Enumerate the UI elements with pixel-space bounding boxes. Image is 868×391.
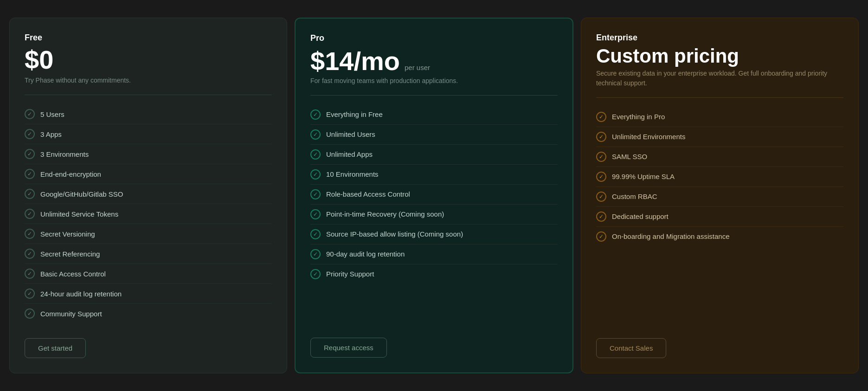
feature-text: Unlimited Users: [326, 130, 375, 138]
list-item: ✓ 3 Apps: [25, 124, 272, 144]
pro-plan-description: For fast moving teams with production ap…: [310, 76, 558, 86]
check-icon: ✓: [596, 231, 606, 242]
list-item: ✓ On-boarding and Migration assistance: [596, 227, 843, 246]
enterprise-card: Enterprise Custom pricing Secure existin…: [581, 18, 859, 374]
list-item: ✓ Unlimited Apps: [310, 145, 558, 165]
pro-price-container: $14/mo per user: [310, 46, 558, 76]
list-item: ✓ 10 Environments: [310, 165, 558, 185]
check-icon: ✓: [25, 269, 35, 279]
feature-text: Everything in Pro: [612, 113, 665, 121]
list-item: ✓ Point-in-time Recovery (Coming soon): [310, 205, 558, 224]
feature-text: 10 Environments: [326, 170, 379, 178]
check-icon: ✓: [25, 129, 35, 139]
pro-plan-price: $14/mo: [310, 46, 400, 76]
free-feature-list: ✓ 5 Users ✓ 3 Apps ✓ 3 Environments ✓ En…: [25, 104, 272, 323]
feature-text: Unlimited Apps: [326, 150, 373, 158]
check-icon: ✓: [596, 172, 606, 182]
pricing-container: Free $0 Try Phase without any commitment…: [9, 18, 859, 374]
free-plan-label: Free: [25, 33, 272, 43]
check-icon: ✓: [310, 189, 321, 199]
feature-text: Unlimited Environments: [612, 133, 685, 141]
feature-text: Community Support: [40, 310, 102, 318]
check-icon: ✓: [25, 149, 35, 159]
enterprise-divider: [596, 97, 843, 98]
check-icon: ✓: [25, 109, 35, 119]
pro-divider: [310, 95, 558, 96]
free-divider: [25, 95, 272, 95]
feature-text: Everything in Free: [326, 110, 383, 118]
pro-card: Pro $14/mo per user For fast moving team…: [295, 18, 573, 374]
feature-text: Dedicated support: [612, 212, 669, 220]
check-icon: ✓: [310, 169, 321, 179]
list-item: ✓ Basic Access Control: [25, 264, 272, 284]
feature-text: 3 Apps: [40, 130, 62, 138]
feature-text: Custom RBAC: [612, 192, 657, 200]
free-plan-price: $0: [25, 45, 272, 74]
feature-text: Secret Referencing: [40, 250, 100, 258]
pro-feature-list: ✓ Everything in Free ✓ Unlimited Users ✓…: [310, 105, 558, 284]
list-item: ✓ Custom RBAC: [596, 187, 843, 207]
check-icon: ✓: [25, 249, 35, 259]
check-icon: ✓: [25, 209, 35, 219]
list-item: ✓ Dedicated support: [596, 207, 843, 227]
list-item: ✓ Everything in Pro: [596, 107, 843, 127]
list-item: ✓ Source IP-based allow listing (Coming …: [310, 224, 558, 244]
check-icon: ✓: [25, 169, 35, 179]
list-item: ✓ Google/GitHub/Gitlab SSO: [25, 184, 272, 204]
feature-text: End-end-encryption: [40, 170, 101, 178]
check-icon: ✓: [310, 129, 321, 140]
check-icon: ✓: [310, 209, 321, 219]
check-icon: ✓: [596, 132, 606, 142]
feature-text: Source IP-based allow listing (Coming so…: [326, 230, 463, 238]
list-item: ✓ 3 Environments: [25, 144, 272, 164]
pro-price-per: per user: [405, 64, 430, 71]
check-icon: ✓: [25, 189, 35, 199]
free-plan-description: Try Phase without any commitments.: [25, 76, 272, 85]
enterprise-cta-button[interactable]: Contact Sales: [596, 338, 666, 358]
feature-text: 99.99% Uptime SLA: [612, 173, 675, 180]
check-icon: ✓: [596, 212, 606, 222]
list-item: ✓ 90-day audit log retention: [310, 244, 558, 264]
list-item: ✓ End-end-encryption: [25, 164, 272, 184]
list-item: ✓ 24-hour audit log retention: [25, 284, 272, 304]
feature-text: Unlimited Service Tokens: [40, 210, 118, 218]
feature-text: Google/GitHub/Gitlab SSO: [40, 190, 123, 198]
list-item: ✓ Secret Referencing: [25, 244, 272, 264]
list-item: ✓ Unlimited Environments: [596, 127, 843, 147]
feature-text: 5 Users: [40, 110, 64, 118]
feature-text: Priority Support: [326, 270, 374, 278]
feature-text: 3 Environments: [40, 150, 89, 158]
check-icon: ✓: [596, 152, 606, 162]
feature-text: Point-in-time Recovery (Coming soon): [326, 210, 444, 218]
check-icon: ✓: [310, 269, 321, 279]
feature-text: 24-hour audit log retention: [40, 290, 122, 298]
list-item: ✓ 99.99% Uptime SLA: [596, 167, 843, 187]
feature-text: On-boarding and Migration assistance: [612, 232, 729, 240]
enterprise-plan-description: Secure existing data in your enterprise …: [596, 69, 843, 88]
list-item: ✓ Unlimited Service Tokens: [25, 204, 272, 224]
list-item: ✓ 5 Users: [25, 104, 272, 124]
feature-text: Secret Versioning: [40, 230, 95, 238]
list-item: ✓ Role-based Access Control: [310, 185, 558, 205]
list-item: ✓ SAML SSO: [596, 147, 843, 167]
check-icon: ✓: [596, 112, 606, 122]
list-item: ✓ Priority Support: [310, 264, 558, 284]
check-icon: ✓: [25, 229, 35, 239]
enterprise-plan-price: Custom pricing: [596, 45, 843, 67]
check-icon: ✓: [25, 308, 35, 319]
free-cta-button[interactable]: Get started: [25, 338, 86, 358]
enterprise-plan-label: Enterprise: [596, 33, 843, 43]
list-item: ✓ Unlimited Users: [310, 125, 558, 145]
pro-cta-button[interactable]: Request access: [310, 338, 387, 358]
list-item: ✓ Everything in Free: [310, 105, 558, 125]
list-item: ✓ Secret Versioning: [25, 224, 272, 244]
check-icon: ✓: [596, 192, 606, 202]
check-icon: ✓: [310, 229, 321, 239]
feature-text: SAML SSO: [612, 153, 647, 160]
feature-text: Role-based Access Control: [326, 190, 410, 198]
feature-text: Basic Access Control: [40, 270, 106, 278]
check-icon: ✓: [310, 149, 321, 160]
enterprise-feature-list: ✓ Everything in Pro ✓ Unlimited Environm…: [596, 107, 843, 246]
check-icon: ✓: [310, 249, 321, 259]
free-card: Free $0 Try Phase without any commitment…: [9, 18, 287, 374]
